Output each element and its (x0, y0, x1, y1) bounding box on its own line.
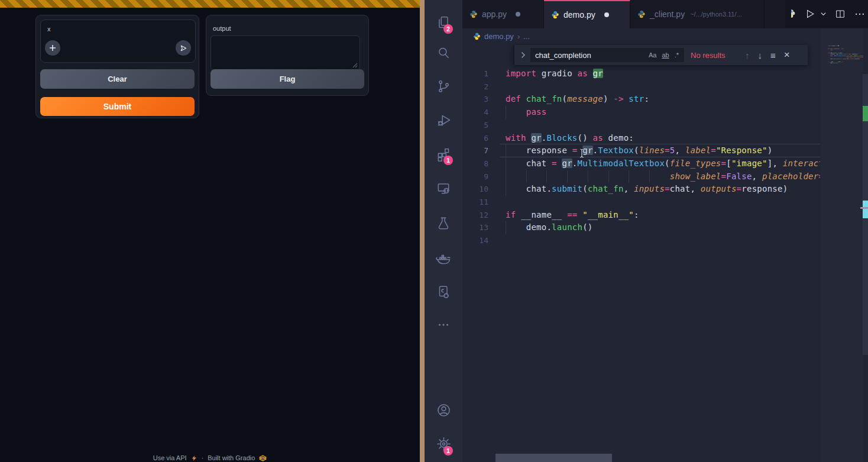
screen-share-border-edge (420, 0, 425, 462)
overview-cursor-line (860, 207, 868, 209)
activity-extensions[interactable]: 1 (425, 140, 462, 169)
editor-code-area[interactable]: 1234567891011121314 import gradio as grd… (462, 44, 820, 462)
next-match-icon[interactable]: ↓ (758, 50, 763, 60)
run-dropdown-icon[interactable] (820, 11, 827, 17)
submit-button[interactable]: Submit (40, 97, 195, 116)
use-via-api-link[interactable]: Use via API (153, 454, 187, 461)
breadcrumb-separator: › (517, 32, 520, 41)
python-file-icon (551, 11, 559, 19)
minimap-content: import gradio as grdef chat_fn(message) … (821, 28, 863, 462)
activity-code-runner[interactable] (425, 278, 462, 306)
tab-label: _client.py (650, 9, 685, 19)
more-views-icon (436, 317, 451, 332)
find-in-selection-icon[interactable]: ≡ (770, 50, 776, 60)
send-icon (180, 44, 187, 52)
files-badge: 2 (443, 24, 453, 34)
docker-icon (435, 250, 452, 267)
account-icon (436, 402, 452, 418)
modified-dot-icon[interactable] (516, 12, 520, 17)
tab-label: app.py (482, 9, 507, 19)
clipped-python-icon (791, 9, 796, 19)
tab-client-py[interactable]: _client.py ~/.../python3.11/... (630, 0, 765, 28)
activity-more-views[interactable] (425, 311, 462, 339)
match-case-icon[interactable]: Aa (649, 51, 656, 59)
whole-word-icon[interactable]: ab (662, 51, 669, 59)
python-file-icon (637, 10, 646, 18)
gradio-logo-icon (259, 455, 267, 461)
source-control-icon (436, 79, 451, 94)
tab-description: ~/.../python3.11/... (690, 11, 742, 18)
activity-account[interactable] (425, 396, 462, 424)
screen-share-border-top (0, 0, 420, 8)
breadcrumb[interactable]: demo.py › ... (462, 28, 868, 44)
built-with-gradio-link[interactable]: Built with Gradio (208, 454, 255, 461)
activity-search[interactable] (425, 38, 462, 67)
regex-icon[interactable]: .* (675, 51, 679, 59)
search-icon (436, 45, 451, 60)
previous-match-icon[interactable]: ↑ (745, 50, 750, 60)
minimap[interactable]: import gradio as grdef chat_fn(message) … (821, 28, 863, 462)
breadcrumb-more[interactable]: ... (523, 32, 530, 41)
activity-testing[interactable] (425, 209, 462, 238)
code-content: import gradio as grdef chat_fn(message) … (462, 67, 820, 251)
find-status: No results (691, 51, 737, 60)
find-widget: chat_completion Aa ab .* No results ↑ ↓ … (513, 45, 808, 65)
run-debug-icon (436, 112, 452, 128)
upload-button[interactable] (45, 40, 60, 56)
send-button[interactable] (176, 40, 191, 56)
footer-separator: · (202, 454, 204, 461)
modified-dot-icon[interactable] (604, 12, 609, 17)
breadcrumb-file[interactable]: demo.py (484, 32, 514, 41)
text-cursor-icon (578, 148, 585, 159)
flag-button[interactable]: Flag (210, 69, 364, 89)
toggle-replace-icon[interactable] (520, 51, 526, 59)
activity-files[interactable]: 2 (425, 9, 462, 37)
activity-source-control[interactable] (425, 72, 462, 101)
api-bolt-icon (191, 455, 197, 461)
remote-explorer-icon (436, 180, 451, 196)
find-input[interactable]: chat_completion Aa ab .* (530, 47, 685, 63)
plus-icon (49, 44, 56, 51)
output-textarea[interactable] (210, 35, 360, 70)
activity-remote-explorer[interactable] (425, 174, 462, 202)
gradio-footer: Use via API · Built with Gradio (0, 454, 420, 461)
close-icon[interactable]: × (784, 49, 790, 61)
split-editor-icon[interactable] (835, 9, 846, 20)
activity-docker[interactable] (425, 244, 462, 273)
more-actions-icon[interactable] (854, 8, 866, 20)
overview-mark-selection (863, 106, 868, 121)
run-icon[interactable] (804, 8, 815, 20)
activity-settings[interactable]: 1 (425, 429, 462, 458)
editor-actions (785, 0, 868, 28)
multimodal-textbox[interactable]: x (40, 20, 196, 63)
code-runner-icon (436, 285, 451, 300)
resize-grip-icon[interactable] (352, 63, 358, 68)
tab-demo-py[interactable]: demo.py (544, 0, 630, 28)
find-query[interactable]: chat_completion (530, 51, 649, 60)
python-file-icon (473, 33, 481, 40)
tab-label: demo.py (563, 10, 595, 20)
output-label: output (213, 25, 231, 32)
input-label: x (47, 25, 51, 33)
settings-badge: 1 (443, 446, 453, 455)
extensions-badge: 1 (443, 156, 453, 165)
activity-run-debug[interactable] (425, 106, 462, 134)
overview-mark-highlight (863, 201, 868, 218)
tab-app-py[interactable]: app.py (462, 0, 544, 28)
clear-button[interactable]: Clear (40, 69, 195, 89)
horizontal-scrollbar[interactable] (495, 454, 612, 462)
python-file-icon (469, 10, 478, 18)
testing-icon (436, 216, 451, 231)
